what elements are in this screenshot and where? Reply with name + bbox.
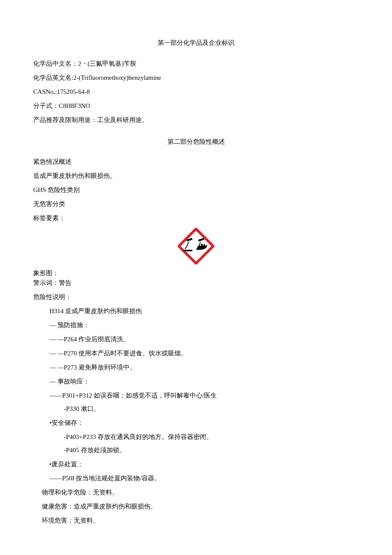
- p270-line: — —P270 使用本产品时不要进食、饮水或吸烟。: [49, 349, 359, 358]
- disposal-header: •废弃处置：: [49, 460, 359, 469]
- cas-line: CASNo.:175205-64-8: [33, 87, 359, 96]
- use-value: 工业及科研用途。: [97, 116, 148, 123]
- english-name-label: 化学品英文名:: [33, 74, 73, 81]
- p301-p312-line: ——P301+P312 如误吞咽：如感觉不适，呼叫解毒中心/医生: [49, 391, 359, 400]
- chinese-name-line: 化学品中文名：2・(三氟甲氧基)苄胺: [33, 59, 359, 68]
- formula-line: 分子式：C8H8F3NO: [33, 102, 359, 110]
- ghs-label: GHS 危险性类别: [33, 186, 359, 195]
- p405-line: -P405 存放处须加锁。: [64, 446, 359, 455]
- section1-title: 第一部分化学品及企业标识: [33, 38, 359, 47]
- env-value: 无资料。: [74, 517, 99, 524]
- cas-value: 175205-64-8: [57, 88, 90, 95]
- p330-line: -P330 漱口。: [64, 404, 359, 413]
- svg-marker-0: [179, 229, 213, 264]
- signal-word-label: 警示词：: [33, 279, 59, 286]
- chinese-name-label: 化学品中文名：: [33, 60, 78, 67]
- emergency-value: 造成严重皮肤灼伤和眼损伤。: [33, 171, 359, 180]
- emergency-label: 紧急情况概述: [33, 157, 359, 166]
- p264-line: — —P264 作业后彻底清洗。: [49, 335, 359, 344]
- english-name-line: 化学品英文名:2-(Trifluoromethoxy)benzylamine: [33, 73, 359, 82]
- section2-title: 第二部分危险性概述: [33, 137, 359, 146]
- formula-value: C8H8F3NO: [59, 102, 90, 109]
- english-name-value: 2-(Trifluoromethoxy)benzylamine: [73, 74, 161, 81]
- ghs-corrosion-pictogram-icon: [178, 228, 214, 264]
- svg-point-3: [187, 245, 187, 246]
- signal-word-value: 警告: [59, 279, 72, 286]
- phys-chem-label: 物理和化学危险：: [42, 489, 93, 496]
- ghs-value: 无危害分类: [33, 200, 359, 209]
- svg-point-2: [186, 247, 187, 247]
- p273-line: — —P273 避免释放到环境中。: [49, 363, 359, 372]
- chinese-name-value: 2・(三氟甲氧基)苄胺: [78, 60, 137, 67]
- formula-label: 分子式：: [33, 102, 59, 109]
- response-header: — 事故响应：: [49, 377, 359, 386]
- health-value: 造成严重皮肤灼伤和眼损伤。: [74, 503, 157, 510]
- p403-p233-line: -P403+P233 存放在通风良好的地方。保持容器密闭。: [64, 433, 359, 442]
- label-elements: 标签要素：: [33, 214, 359, 223]
- pictogram-label: 象形图：: [33, 269, 359, 278]
- health-line: 健康危害：造成严重皮肤灼伤和眼损伤。: [42, 502, 359, 511]
- use-line: 产品推荐及限制用途：工业及科研用途。: [33, 116, 359, 125]
- phys-chem-line: 物理和化学危险：无资料。: [42, 488, 359, 497]
- storage-header: •安全储存：: [49, 418, 359, 427]
- signal-word-line: 警示词：警告: [33, 279, 359, 288]
- use-label: 产品推荐及限制用途：: [33, 116, 97, 123]
- svg-rect-4: [184, 250, 193, 251]
- env-label: 环境危害：: [42, 517, 74, 524]
- h314-line: H314 造成严重皮肤灼伤和眼损伤: [49, 307, 359, 316]
- p501-line: ——P50I 按当地法规处置内装物/容器。: [49, 474, 359, 483]
- svg-point-7: [199, 245, 200, 246]
- hazard-statement-label: 危险性说明：: [33, 293, 359, 302]
- env-line: 环境危害：无资料。: [42, 516, 359, 525]
- cas-label: CASNo.:: [33, 88, 57, 95]
- phys-chem-value: 无资料。: [93, 489, 118, 496]
- health-label: 健康危害：: [42, 503, 74, 510]
- precaution-header: — 预防措施：: [49, 321, 359, 330]
